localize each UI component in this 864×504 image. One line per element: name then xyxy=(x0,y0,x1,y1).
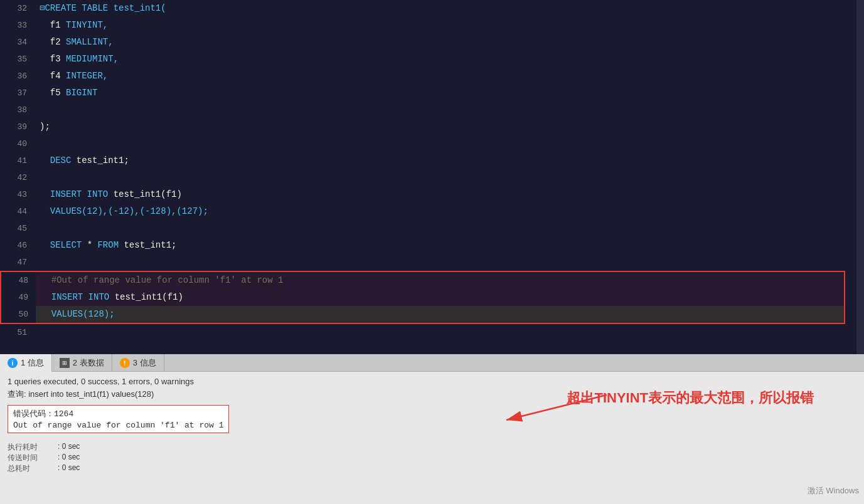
timing-section: 执行耗时: 0 sec传送时间: 0 sec总耗时: 0 sec xyxy=(8,442,856,474)
line-number: 40 xyxy=(0,135,35,152)
line-number: 46 xyxy=(0,237,35,254)
error-code-value: 1264 xyxy=(54,409,73,419)
line-code[interactable]: DESC test_int1; xyxy=(35,152,129,169)
line-code[interactable]: f4 INTEGER, xyxy=(35,68,108,85)
tab-label: 2 表数据 xyxy=(73,357,104,369)
code-container: 32⊟CREATE TABLE test_int1(33 f1 TINYINT,… xyxy=(0,0,864,341)
tab-label: 3 信息 xyxy=(133,357,156,369)
code-line: 33 f1 TINYINT, xyxy=(0,17,864,34)
line-number: 34 xyxy=(0,34,35,51)
code-line: 44 VALUES(12),(-12),(-128),(127); xyxy=(0,203,864,220)
code-line: 50 VALUES(128); xyxy=(0,306,845,324)
code-line: 41 DESC test_int1; xyxy=(0,152,864,169)
error-code-label: 错误代码： xyxy=(13,409,54,419)
timing-label: 传送时间 xyxy=(8,453,58,463)
code-line: 36 f4 INTEGER, xyxy=(0,68,864,85)
code-line: 32⊟CREATE TABLE test_int1( xyxy=(0,0,864,17)
line-number: 42 xyxy=(0,169,35,186)
line-number: 49 xyxy=(1,289,36,306)
timing-label: 执行耗时 xyxy=(8,442,58,453)
code-line: 47 xyxy=(0,254,864,271)
query-value: insert into test_int1(f1) values(128) xyxy=(28,389,154,399)
line-code[interactable]: f2 SMALLINT, xyxy=(35,34,114,51)
timing-value: : 0 sec xyxy=(58,442,80,453)
line-code[interactable]: ⊟CREATE TABLE test_int1( xyxy=(35,0,166,17)
bottom-panel: i1 信息⊞2 表数据!3 信息 1 queries executed, 0 s… xyxy=(0,354,864,504)
panel-content: 1 queries executed, 0 success, 1 errors,… xyxy=(0,372,864,479)
timing-value: : 0 sec xyxy=(58,463,80,474)
error-box: 错误代码：1264 Out of range value for column … xyxy=(8,405,229,433)
code-line: 51 xyxy=(0,324,864,341)
line-code[interactable]: SELECT * FROM test_int1; xyxy=(35,237,176,254)
table-icon: ⊞ xyxy=(60,358,70,368)
code-line: 48 #Out of range value for column 'f1' a… xyxy=(0,271,845,289)
code-line: 40 xyxy=(0,135,864,152)
code-line: 42 xyxy=(0,169,864,186)
line-code[interactable]: VALUES(128); xyxy=(36,306,115,323)
line-number: 48 xyxy=(1,272,36,289)
windows-activation: 激活 Windows xyxy=(808,485,859,496)
line-code[interactable]: #Out of range value for column 'f1' at r… xyxy=(36,272,283,289)
line-code[interactable]: f1 TINYINT, xyxy=(35,17,108,34)
timing-label: 总耗时 xyxy=(8,463,58,474)
panel-tab-warn[interactable]: !3 信息 xyxy=(112,354,164,372)
line-code[interactable]: f5 BIGINT xyxy=(35,85,97,102)
error-msg: Out of range value for column 'f1' at ro… xyxy=(13,421,223,430)
timing-value: : 0 sec xyxy=(58,453,80,463)
code-line: 38 xyxy=(0,102,864,118)
line-number: 32 xyxy=(0,0,35,17)
line-number: 38 xyxy=(0,102,35,118)
code-line: 43 INSERT INTO test_int1(f1) xyxy=(0,186,864,203)
line-number: 44 xyxy=(0,203,35,220)
line-number: 45 xyxy=(0,220,35,237)
line-number: 51 xyxy=(0,324,35,341)
info-icon: i xyxy=(8,358,18,368)
editor-area: 32⊟CREATE TABLE test_int1(33 f1 TINYINT,… xyxy=(0,0,864,354)
line-number: 47 xyxy=(0,254,35,271)
line-code[interactable]: INSERT INTO test_int1(f1) xyxy=(36,289,183,306)
scrollbar[interactable] xyxy=(856,0,864,354)
tab-label: 1 信息 xyxy=(21,357,44,369)
warn-icon: ! xyxy=(120,358,130,368)
line-code[interactable]: INSERT INTO test_int1(f1) xyxy=(35,186,182,203)
timing-row: 传送时间: 0 sec xyxy=(8,453,856,463)
annotation-text: 超出TINYINT表示的最大范围，所以报错 xyxy=(567,389,814,407)
code-line: 35 f3 MEDIUMINT, xyxy=(0,51,864,68)
timing-row: 执行耗时: 0 sec xyxy=(8,442,856,453)
line-number: 41 xyxy=(0,152,35,169)
code-line: 45 xyxy=(0,220,864,237)
line-number: 35 xyxy=(0,51,35,68)
code-line: 49 INSERT INTO test_int1(f1) xyxy=(0,289,845,306)
line-code[interactable]: VALUES(12),(-12),(-128),(127); xyxy=(35,203,208,220)
line-number: 33 xyxy=(0,17,35,34)
code-line: 39); xyxy=(0,118,864,135)
timing-row: 总耗时: 0 sec xyxy=(8,463,856,474)
line-code[interactable]: ); xyxy=(35,118,50,135)
panel-tab-table[interactable]: ⊞2 表数据 xyxy=(52,354,112,372)
line-number: 50 xyxy=(1,306,36,323)
line-number: 36 xyxy=(0,68,35,85)
line-number: 43 xyxy=(0,186,35,203)
line-number: 39 xyxy=(0,118,35,135)
line-number: 37 xyxy=(0,85,35,102)
code-line: 37 f5 BIGINT xyxy=(0,85,864,102)
panel-tabs: i1 信息⊞2 表数据!3 信息 xyxy=(0,354,864,372)
code-line: 34 f2 SMALLINT, xyxy=(0,34,864,51)
query-label: 查询: xyxy=(8,389,28,399)
status-line: 1 queries executed, 0 success, 1 errors,… xyxy=(8,377,856,386)
error-code: 错误代码：1264 xyxy=(13,408,223,419)
code-line: 46 SELECT * FROM test_int1; xyxy=(0,237,864,254)
line-code[interactable]: f3 MEDIUMINT, xyxy=(35,51,119,68)
panel-tab-info[interactable]: i1 信息 xyxy=(0,354,52,372)
